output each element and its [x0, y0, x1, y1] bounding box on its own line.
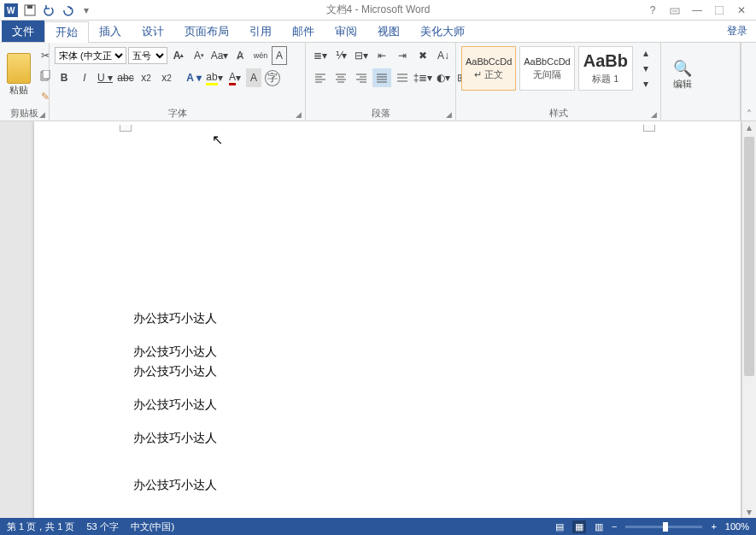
- tab-insert[interactable]: 插入: [89, 21, 132, 42]
- bullets-button[interactable]: ≣▾: [311, 46, 330, 65]
- tab-mailings[interactable]: 邮件: [282, 21, 325, 42]
- style-preview: AaBbCcDd: [466, 56, 512, 67]
- style-preview: AaBb: [583, 51, 628, 71]
- view-web-icon[interactable]: ▥: [595, 521, 603, 532]
- character-border-button[interactable]: A: [272, 46, 287, 65]
- align-center-button[interactable]: [331, 68, 350, 87]
- redo-icon[interactable]: [60, 3, 75, 18]
- styles-launcher-icon[interactable]: ◢: [651, 110, 657, 119]
- scroll-up-icon[interactable]: ▴: [742, 121, 756, 133]
- sort-button[interactable]: A↓: [434, 46, 453, 65]
- tab-design[interactable]: 设计: [132, 21, 174, 42]
- svg-rect-5: [715, 6, 724, 15]
- view-print-icon[interactable]: ▦: [572, 520, 586, 533]
- zoom-slider[interactable]: [625, 526, 702, 528]
- numbering-icon: ⅟: [336, 50, 342, 62]
- numbering-button[interactable]: ⅟▾: [331, 46, 350, 65]
- clipboard-icon: [7, 53, 31, 84]
- asian-spacing-button[interactable]: ✖: [413, 46, 432, 65]
- ribbon-options-icon[interactable]: [667, 3, 683, 18]
- find-button[interactable]: 🔍 编辑: [666, 46, 699, 103]
- font-family-select[interactable]: 宋体 (中文正: [55, 47, 126, 64]
- undo-icon[interactable]: [41, 3, 56, 18]
- qat-customize-icon[interactable]: ▾: [79, 3, 94, 18]
- scroll-down-icon[interactable]: ▾: [742, 506, 756, 518]
- window-title: 文档4 - Microsoft Word: [326, 3, 431, 17]
- view-read-icon[interactable]: ▤: [555, 521, 564, 532]
- margin-marker-right: [643, 125, 655, 132]
- group-styles-label: 样式◢: [461, 107, 655, 119]
- zoom-value[interactable]: 100%: [725, 521, 749, 532]
- paste-button[interactable]: 粘贴: [5, 46, 32, 103]
- para-launcher-icon[interactable]: ◢: [446, 110, 452, 119]
- group-font: 宋体 (中文正 五号 A▴ A▾ Aa▾ A̷ wén A B I U ▾ ab…: [50, 43, 306, 121]
- highlighter-icon: ab: [206, 71, 217, 85]
- zoom-out-button[interactable]: −: [612, 521, 617, 532]
- styles-scroll-down-icon[interactable]: ▾: [636, 62, 655, 75]
- status-words[interactable]: 53 个字: [86, 520, 118, 533]
- tab-home[interactable]: 开始: [44, 21, 89, 43]
- zoom-in-button[interactable]: +: [711, 521, 716, 532]
- style-nospacing[interactable]: AaBbCcDd 无间隔: [519, 46, 574, 91]
- tab-references[interactable]: 引用: [239, 21, 282, 42]
- page-content[interactable]: 办公技巧小达人 办公技巧小达人 办公技巧小达人 办公技巧小达人 办公技巧小达人 …: [133, 309, 217, 509]
- zoom-handle[interactable]: [663, 522, 668, 532]
- font-launcher-icon[interactable]: ◢: [296, 110, 302, 119]
- scroll-thumb[interactable]: [744, 137, 754, 376]
- grow-font-button[interactable]: A▴: [169, 46, 188, 65]
- strikethrough-button[interactable]: abc: [116, 68, 135, 87]
- clipboard-launcher-icon[interactable]: ◢: [39, 110, 45, 119]
- style-heading1[interactable]: AaBb 标题 1: [578, 46, 633, 91]
- justify-button[interactable]: [372, 68, 391, 87]
- styles-scroll-up-icon[interactable]: ▴: [636, 46, 655, 60]
- style-normal[interactable]: AaBbCcDd ↵ 正文: [461, 46, 516, 91]
- page[interactable]: 办公技巧小达人 办公技巧小达人 办公技巧小达人 办公技巧小达人 办公技巧小达人 …: [34, 121, 741, 518]
- word-app-icon[interactable]: W: [3, 3, 19, 18]
- group-editing: 🔍 编辑: [661, 43, 741, 121]
- tab-review[interactable]: 审阅: [325, 21, 367, 42]
- increase-indent-button[interactable]: ⇥: [393, 46, 412, 65]
- italic-button[interactable]: I: [75, 68, 94, 87]
- styles-more-icon[interactable]: ▾: [636, 77, 655, 91]
- close-icon[interactable]: ✕: [734, 3, 749, 18]
- subscript-button[interactable]: x2: [137, 68, 155, 87]
- status-language[interactable]: 中文(中国): [131, 520, 174, 533]
- align-right-button[interactable]: [352, 68, 371, 87]
- tab-file[interactable]: 文件: [2, 21, 44, 42]
- highlight-button[interactable]: ab▾: [205, 68, 224, 87]
- distribute-button[interactable]: [393, 68, 412, 87]
- group-styles: AaBbCcDd ↵ 正文 AaBbCcDd 无间隔 AaBb 标题 1 ▴ ▾…: [456, 43, 661, 121]
- tab-layout[interactable]: 页面布局: [174, 21, 239, 42]
- collapse-ribbon-icon[interactable]: ˄: [741, 43, 756, 121]
- group-font-label: 字体◢: [55, 107, 300, 119]
- multilevel-button[interactable]: ⊟▾: [352, 46, 371, 65]
- shrink-font-button[interactable]: A▾: [190, 46, 208, 65]
- underline-button[interactable]: U ▾: [96, 68, 114, 87]
- status-page[interactable]: 第 1 页，共 1 页: [7, 520, 74, 533]
- phonetic-guide-button[interactable]: wén: [251, 46, 270, 65]
- group-paragraph-label: 段落◢: [311, 107, 450, 119]
- font-color-button[interactable]: A ▾: [226, 68, 244, 87]
- tab-beautify[interactable]: 美化大师: [410, 21, 475, 42]
- maximize-icon[interactable]: [712, 3, 727, 18]
- text-effects-button[interactable]: A ▾: [185, 68, 203, 87]
- enclose-char-button[interactable]: 字: [263, 68, 282, 87]
- svg-rect-7: [43, 70, 50, 79]
- superscript-button[interactable]: x2: [157, 68, 176, 87]
- help-icon[interactable]: ?: [645, 3, 660, 18]
- login-link[interactable]: 登录: [718, 21, 756, 42]
- bold-button[interactable]: B: [55, 68, 73, 87]
- clear-formatting-button[interactable]: A̷: [231, 46, 249, 65]
- shading-button[interactable]: ◐▾: [434, 68, 453, 87]
- document-area: 办公技巧小达人 办公技巧小达人 办公技巧小达人 办公技巧小达人 办公技巧小达人 …: [0, 121, 756, 518]
- line-spacing-button[interactable]: ‡≣▾: [413, 68, 432, 87]
- save-icon[interactable]: [22, 3, 38, 18]
- minimize-icon[interactable]: —: [689, 3, 705, 18]
- tab-view[interactable]: 视图: [367, 21, 410, 42]
- align-left-button[interactable]: [311, 68, 330, 87]
- font-size-select[interactable]: 五号: [128, 47, 167, 64]
- decrease-indent-button[interactable]: ⇤: [372, 46, 391, 65]
- vertical-scrollbar[interactable]: ▴ ▾: [741, 121, 756, 518]
- change-case-button[interactable]: Aa▾: [210, 46, 229, 65]
- char-shading-button[interactable]: A: [246, 68, 261, 87]
